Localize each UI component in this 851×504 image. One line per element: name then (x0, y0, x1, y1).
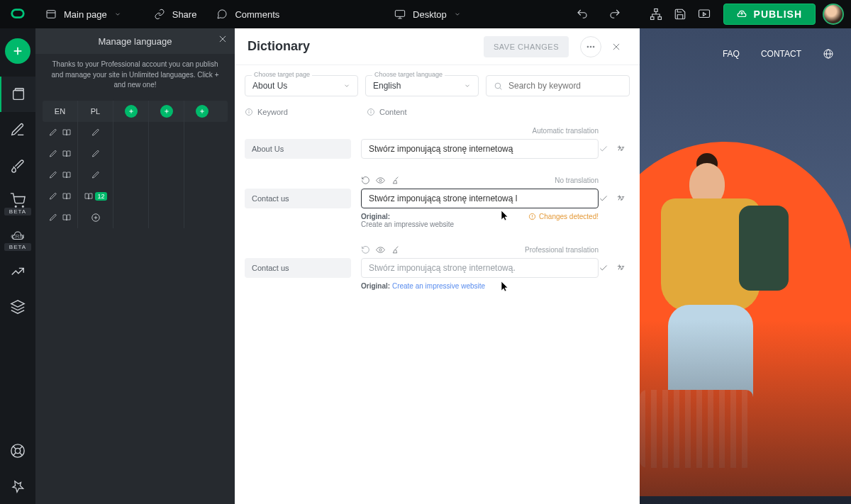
check-icon[interactable] (599, 144, 608, 154)
share-button[interactable]: Share (144, 0, 207, 28)
nav-faq[interactable]: FAQ (723, 49, 740, 59)
svg-rect-14 (15, 89, 23, 91)
broom-icon[interactable] (391, 176, 400, 185)
nav-contact[interactable]: CONTACT (761, 49, 801, 59)
cell-pl-add[interactable] (78, 207, 113, 228)
more-button[interactable] (580, 36, 601, 57)
translate-icon[interactable] (616, 263, 625, 273)
eye-icon[interactable] (376, 245, 385, 254)
rail-crm[interactable]: CRM BETA (0, 218, 35, 254)
keyword-pill: About Us (245, 139, 351, 159)
undo-button[interactable] (566, 0, 599, 28)
page-selector-label: Main page (64, 9, 107, 20)
close-panel-button[interactable] (218, 34, 228, 44)
target-language-select[interactable]: English (365, 75, 479, 96)
translation-input[interactable]: Stwórz imponującą stronę internetową l (361, 189, 599, 208)
book-icon (62, 128, 72, 137)
user-avatar[interactable] (823, 4, 844, 25)
publish-label: PUBLISH (754, 9, 802, 20)
preview-button[interactable] (692, 0, 716, 28)
rail-help[interactable] (0, 433, 35, 469)
app-logo[interactable] (0, 0, 35, 28)
rail-pages[interactable] (0, 77, 35, 112)
edit-icon (10, 122, 26, 138)
col-add-1[interactable] (113, 101, 149, 122)
save-changes-button[interactable]: SAVE CHANGES (484, 36, 569, 57)
translation-input[interactable]: Stwórz imponującą stronę internetową (361, 139, 599, 159)
close-icon (611, 42, 621, 52)
redo-button[interactable] (599, 0, 631, 28)
rail-layers[interactable] (0, 289, 35, 325)
redo-icon (608, 8, 621, 21)
cell-en[interactable] (43, 164, 78, 186)
cell-pl[interactable] (78, 122, 113, 143)
rail-edit[interactable] (0, 112, 35, 147)
col-add-3[interactable] (184, 101, 220, 122)
rail-ecommerce[interactable]: BETA (0, 183, 35, 218)
add-button[interactable] (5, 38, 30, 64)
translation-input[interactable]: Stwórz imponującą stronę internetową. (361, 258, 599, 278)
globe-icon[interactable] (823, 48, 834, 60)
pencil-icon (49, 213, 57, 222)
svg-marker-10 (703, 13, 706, 16)
undo-icon (576, 8, 589, 21)
col-add-2[interactable] (149, 101, 184, 122)
close-dictionary-button[interactable] (606, 36, 627, 57)
dictionary-title: Dictionary (247, 39, 484, 54)
check-icon[interactable] (599, 263, 608, 273)
plus-icon (199, 108, 205, 114)
sitemap-button[interactable] (644, 0, 668, 28)
col-pl[interactable]: PL (78, 101, 113, 122)
rail-analytics[interactable] (0, 254, 35, 289)
chevron-down-icon (114, 11, 121, 18)
publish-button[interactable]: PUBLISH (723, 4, 816, 25)
search-field[interactable] (486, 75, 630, 96)
cell-en[interactable] (43, 207, 78, 228)
search-input[interactable] (508, 81, 622, 91)
svg-line-22 (13, 453, 16, 456)
page-selector[interactable]: Main page (35, 0, 131, 28)
cursor-icon (501, 210, 511, 221)
rail-pin[interactable] (0, 469, 35, 504)
comments-button[interactable]: Comments (206, 0, 289, 28)
eye-icon[interactable] (376, 176, 385, 185)
translate-icon[interactable] (616, 144, 625, 154)
cell-en[interactable] (43, 143, 78, 164)
svg-rect-13 (13, 91, 24, 100)
broom-icon[interactable] (391, 245, 400, 254)
translate-icon[interactable] (616, 194, 625, 203)
manage-language-panel: Manage language Thanks to your Professio… (35, 28, 235, 504)
pencil-icon (49, 171, 57, 179)
cell-en[interactable] (43, 122, 78, 143)
translation-list: About Us Automatic translation Stwórz im… (235, 125, 640, 290)
cell-en[interactable] (43, 186, 78, 207)
book-icon (62, 213, 72, 222)
svg-point-40 (495, 83, 501, 89)
lifebuoy-icon (10, 443, 26, 459)
cell-pl[interactable] (78, 164, 113, 186)
target-page-field: Choose target page About Us (245, 75, 358, 96)
device-label: Desktop (413, 9, 447, 20)
svg-rect-6 (654, 9, 657, 12)
original-link[interactable]: Create an impressive website (392, 282, 485, 290)
svg-line-21 (20, 453, 23, 456)
info-icon (245, 108, 253, 116)
device-selector[interactable]: Desktop (384, 0, 471, 28)
panel-header: Manage language (35, 28, 235, 54)
link-icon (154, 9, 165, 20)
rail-design[interactable] (0, 147, 35, 183)
check-icon[interactable] (599, 194, 608, 203)
target-page-label: Choose target page (252, 71, 312, 78)
table-header: EN PL (43, 101, 228, 122)
col-en[interactable]: EN (43, 101, 78, 122)
undo-icon[interactable] (361, 176, 370, 185)
target-page-select[interactable]: About Us (245, 75, 358, 96)
keyword-col-label: Keyword (257, 108, 288, 116)
save-button[interactable] (668, 0, 692, 28)
cell-pl[interactable] (78, 143, 113, 164)
info-icon (367, 108, 375, 116)
original-text: Create an impressive website (361, 220, 454, 228)
undo-icon[interactable] (361, 245, 370, 254)
panel-notice: Thanks to your Professional account you … (35, 54, 235, 101)
cell-pl[interactable]: 12 (78, 186, 113, 207)
